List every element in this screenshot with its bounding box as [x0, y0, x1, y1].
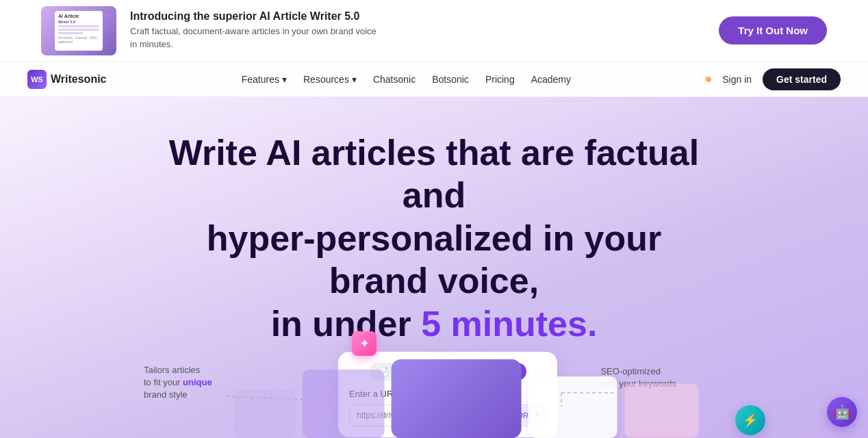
hero-line3-plain: in under — [271, 304, 422, 344]
feature-brand-label: Tailors articles to fit your unique bran… — [144, 364, 212, 402]
bottom-card-sm-1 — [234, 390, 296, 438]
nav-links: Features ▾ Resources ▾ Chatsonic Botsoni… — [242, 74, 571, 85]
nav-link-academy[interactable]: Academy — [531, 74, 571, 85]
bottom-card-large — [392, 359, 522, 438]
banner-left: AI Article Writer 5.0 On-brand · Factual… — [41, 6, 376, 55]
hero-line3-highlight: 5 minutes. — [421, 304, 597, 344]
banner-card-meta: On-brand · Factual · SEO optimized — [58, 36, 99, 44]
banner-heading: Introducing the superior AI Article Writ… — [130, 10, 376, 23]
get-started-button[interactable]: Get started — [763, 68, 841, 90]
try-it-out-button[interactable]: Try It Out Now — [719, 16, 827, 44]
feature-brand-text2: to fit your — [144, 377, 180, 387]
banner-description: Craft factual, document-aware articles i… — [130, 25, 376, 50]
sparkle-icon-button[interactable]: ✦ — [352, 331, 376, 356]
nav-right: Sign in Get started — [706, 68, 841, 90]
status-dot — [706, 77, 711, 82]
banner-card-subtitle: Writer 5.0 — [58, 20, 99, 24]
nav-item-botsonic[interactable]: Botsonic — [432, 74, 469, 85]
bottom-card-white — [528, 376, 617, 438]
hero-section: Write AI articles that are factual and h… — [0, 97, 868, 438]
hero-heading: Write AI articles that are factual and h… — [167, 131, 701, 345]
nav-item-academy[interactable]: Academy — [531, 74, 571, 85]
top-banner: AI Article Writer 5.0 On-brand · Factual… — [0, 0, 868, 62]
hero-content: Tailors articles to fit your unique bran… — [0, 345, 868, 438]
hero-line1: Write AI articles that are factual and — [169, 133, 700, 215]
feature-brand-text3: brand style — [144, 389, 188, 400]
nav-link-chatsonic[interactable]: Chatsonic — [373, 74, 416, 85]
nav-item-chatsonic[interactable]: Chatsonic — [373, 74, 416, 85]
hero-title: Write AI articles that are factual and h… — [167, 97, 701, 345]
floating-bolt-icon[interactable]: ⚡ — [735, 405, 765, 435]
bolt-symbol: ⚡ — [743, 413, 758, 428]
nav-item-resources[interactable]: Resources ▾ — [303, 74, 357, 85]
sign-in-button[interactable]: Sign in — [722, 74, 752, 85]
banner-product-image: AI Article Writer 5.0 On-brand · Factual… — [41, 6, 116, 55]
chevron-down-icon-2: ▾ — [352, 74, 357, 85]
nav-link-botsonic[interactable]: Botsonic — [432, 74, 469, 85]
star-icon: ✦ — [103, 10, 111, 21]
logo-icon: WS — [27, 70, 47, 89]
banner-card-line1 — [58, 25, 99, 27]
bottom-card-pink — [624, 383, 700, 438]
sparkle-symbol: ✦ — [359, 336, 370, 351]
navbar: WS Writesonic Features ▾ Resources ▾ Cha… — [0, 62, 868, 97]
nav-link-pricing[interactable]: Pricing — [485, 74, 515, 85]
chat-widget-button[interactable]: 🤖 — [827, 397, 857, 427]
nav-link-resources[interactable]: Resources ▾ — [303, 74, 357, 85]
banner-card-line3 — [58, 32, 83, 34]
hero-line2: hyper-personalized in your brand voice, — [207, 218, 662, 300]
banner-card-line2 — [58, 29, 99, 31]
nav-logo[interactable]: WS Writesonic — [27, 70, 107, 89]
star-icon-2: ✦ — [45, 41, 51, 49]
feature-brand-highlight: unique — [183, 377, 212, 387]
nav-item-features[interactable]: Features ▾ — [242, 74, 287, 85]
nav-item-pricing[interactable]: Pricing — [485, 74, 515, 85]
nav-link-features[interactable]: Features ▾ — [242, 74, 287, 85]
chevron-down-icon: ▾ — [282, 74, 287, 85]
banner-text: Introducing the superior AI Article Writ… — [130, 10, 376, 50]
bottom-cards-group — [234, 359, 700, 438]
bottom-card-md — [303, 370, 385, 438]
feature-brand-text1: Tailors articles — [144, 365, 200, 375]
banner-image-card: AI Article Writer 5.0 On-brand · Factual… — [55, 11, 103, 51]
logo-text: Writesonic — [51, 73, 107, 86]
banner-card-title: AI Article — [58, 14, 99, 18]
chat-icon: 🤖 — [834, 404, 851, 420]
